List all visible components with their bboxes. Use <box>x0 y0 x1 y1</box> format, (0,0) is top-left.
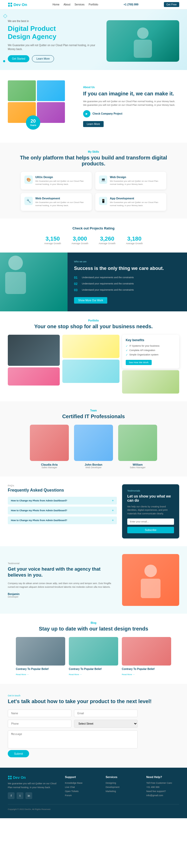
svg-rect-7 <box>5 272 26 294</box>
see-how-we-work-button[interactable]: See How We Work <box>126 360 152 365</box>
svg-rect-5 <box>134 40 152 58</box>
kb-check-1: ✓ <box>126 349 128 352</box>
faq-item-0[interactable]: How to Change my Photo from Admin Dashbo… <box>8 497 117 504</box>
blog-read-2[interactable]: Read More → <box>122 673 135 676</box>
contact-phone-input[interactable] <box>8 720 72 728</box>
hero-title: Digital Product Design Agency <box>8 25 96 41</box>
nav-links: Home About Services Portfolio <box>52 3 98 6</box>
contact-name-input[interactable] <box>8 710 72 717</box>
rating-grid: 3,150 Average Growth 3,000 Average Growt… <box>8 236 179 245</box>
years-badge: 20 Years <box>26 115 40 130</box>
who-tag: Who we are <box>74 260 181 263</box>
blog-read-0[interactable]: Read More → <box>16 673 29 676</box>
blog-read-1[interactable]: Read More → <box>69 673 82 676</box>
footer-brand: DevOn We guarantee you will not Quitter … <box>8 775 57 799</box>
skill-desc-ui: We Guarantee you will not Quitter on our… <box>35 180 88 186</box>
svg-rect-10 <box>8 776 9 777</box>
play-button[interactable]: ▶ <box>83 110 90 118</box>
footer-help-title: Need Help? <box>146 775 179 779</box>
kb-check-0: ✓ <box>126 345 128 347</box>
portfolio-grid: Key benefits ✓ IT Systems for your busin… <box>8 335 179 394</box>
hero-title-line1: Digital Product <box>8 25 56 32</box>
rating-label-3: Average Growth <box>126 242 143 245</box>
nav-cta-button[interactable]: Get Free <box>164 2 179 7</box>
footer-link-0-0[interactable]: Knowledge Base <box>65 782 98 784</box>
footer-link-0-2[interactable]: Open Tickets <box>65 790 98 793</box>
success-point-1: 02 Understand your requirements and the … <box>74 282 181 286</box>
about-content: About Us If you can imagine it, we can m… <box>83 86 179 127</box>
rating-title: Check out Projects Rating <box>8 226 179 230</box>
skill-title-app: App Development <box>110 197 163 200</box>
portfolio-title: Your one stop shop for all your business… <box>8 323 179 330</box>
footer-logo-text: Dev <box>13 775 20 780</box>
portfolio-img-a <box>62 335 119 358</box>
faq-item-2[interactable]: How to Change my Photo from Admin Dashbo… <box>8 517 117 524</box>
svg-rect-3 <box>11 5 12 6</box>
skill-card-webdev: 🔧 Web Development We Guarantee you will … <box>21 193 92 211</box>
footer-link-0-3[interactable]: Forum <box>65 794 98 797</box>
footer-link-1-2[interactable]: Marketing <box>106 790 139 793</box>
svg-rect-0 <box>8 3 10 4</box>
about-learn-more-button[interactable]: Learn More <box>83 121 104 127</box>
point-text-2: Understand your requirements and the con… <box>82 288 134 292</box>
skills-tag: My Skills <box>8 150 179 153</box>
social-twitter-icon[interactable]: t <box>17 792 23 799</box>
logo-accent: On <box>22 2 27 7</box>
nav-portfolio[interactable]: Portfolio <box>88 3 98 6</box>
deco-square-1 <box>3 14 7 19</box>
skill-icon-ui: 🎨 <box>24 176 33 184</box>
social-facebook-icon[interactable]: f <box>8 792 15 799</box>
hero-get-started-button[interactable]: Get Started <box>8 55 29 62</box>
footer-link-0-1[interactable]: Live Chat <box>65 786 98 788</box>
show-more-button[interactable]: Show More Our Work <box>74 297 107 304</box>
skill-title-web: Web Design <box>110 176 163 179</box>
kb-text-2: Simple Organization system <box>129 353 158 356</box>
portfolio-col-1 <box>62 335 119 394</box>
testimonial-section: Testimonial Get your voice heard with th… <box>0 546 187 614</box>
svg-point-6 <box>8 256 23 270</box>
footer-logo-accent: On <box>21 775 26 780</box>
blog-card-2: Contrary To Popular Belief Read More → <box>122 637 171 676</box>
skill-card-app: 📱 App Development We Guarantee you will … <box>95 193 166 211</box>
check-company: ▶ Check Company Project <box>83 110 179 118</box>
hero-learn-more-button[interactable]: Learn More <box>32 55 54 62</box>
success-section: Who we are Success is the only thing we … <box>0 252 187 311</box>
team-role-2: Sales Manager <box>118 466 157 469</box>
blog-card-0: Contrary To Popular Belief Read More → <box>16 637 65 676</box>
footer-services-title: Services <box>106 775 139 779</box>
footer: DevOn We guarantee you will not Quitter … <box>0 768 187 818</box>
skill-icon-webdev: 🔧 <box>24 197 33 205</box>
footer-link-1-0[interactable]: Designing <box>106 782 139 784</box>
faq-expand-icon-0: + <box>112 499 114 502</box>
skill-desc-webdev: We Guarantee you will not Quitter on our… <box>35 201 88 207</box>
blog-tag: Blog <box>8 621 179 624</box>
footer-contact-1: +01 498 999 <box>146 786 179 788</box>
nav-home[interactable]: Home <box>52 3 59 6</box>
portfolio-img-d <box>122 370 179 394</box>
svg-rect-11 <box>10 776 11 777</box>
social-linkedin-icon[interactable]: in <box>25 792 32 799</box>
footer-contact-3: info@gmail.com <box>146 794 179 797</box>
contact-email-input[interactable] <box>74 710 138 717</box>
rating-num-0: 3,150 <box>44 236 61 242</box>
subscribe-button[interactable]: Subscribe <box>127 527 174 533</box>
blog-img-1 <box>69 637 118 665</box>
blog-img-2 <box>122 637 171 665</box>
contact-subject-select[interactable]: Select Street <box>74 720 138 728</box>
faq-item-1[interactable]: How to Change my Photo from Admin Dashbo… <box>8 506 117 515</box>
nav-services[interactable]: Services <box>75 3 84 6</box>
newsletter-email-input[interactable] <box>127 519 174 525</box>
success-point-2: 03 Understand your requirements and the … <box>74 288 181 292</box>
kb-check-2: ✓ <box>126 353 128 356</box>
nav-about[interactable]: About <box>64 3 71 6</box>
contact-message-input[interactable] <box>8 730 138 748</box>
contact-submit-button[interactable]: Submit <box>8 750 29 757</box>
hero-section: We are the best in Digital Product Desig… <box>0 9 187 70</box>
faq-expand-icon-2: + <box>112 519 114 522</box>
blog-card-1: Contrary To Popular Belief Read More → <box>69 637 118 676</box>
point-text-0: Understand your requirements and the con… <box>82 276 134 279</box>
faq-question-2: How to Change my Photo from Admin Dashbo… <box>11 519 67 522</box>
kb-text-0: IT Systems for your business <box>129 345 159 347</box>
footer-link-1-1[interactable]: Development <box>106 786 139 788</box>
point-text-1: Understand your requirements and the con… <box>82 282 134 286</box>
